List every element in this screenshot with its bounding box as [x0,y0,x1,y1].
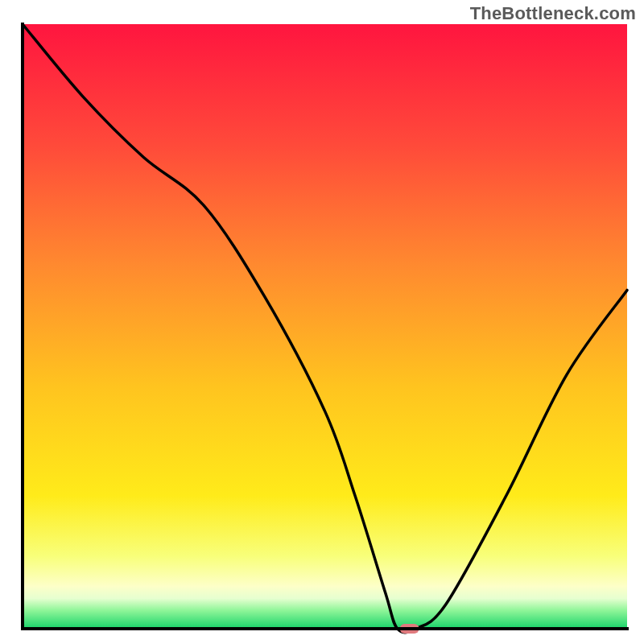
watermark-text: TheBottleneck.com [470,3,636,24]
bottleneck-chart [0,0,644,644]
chart-container: TheBottleneck.com [0,0,644,644]
plot-background [23,24,627,629]
